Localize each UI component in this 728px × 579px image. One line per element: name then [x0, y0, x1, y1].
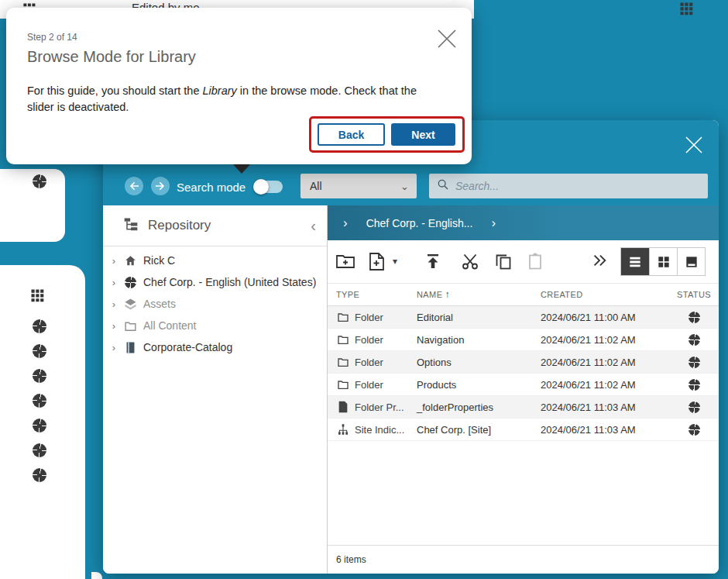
breadcrumb-current[interactable]: Chef Corp. - English...	[366, 217, 473, 229]
tree-item-label: Chef Corp. - English (United States)	[143, 276, 316, 288]
page-sphere-icon[interactable]	[33, 174, 46, 188]
toggle-knob	[253, 179, 269, 195]
cell-type-text: Folder	[355, 334, 383, 346]
collapse-sidebar-icon[interactable]: ‹	[311, 218, 316, 233]
page-sphere-icon[interactable]	[33, 369, 46, 383]
filter-selected-value: All	[310, 180, 322, 192]
table-row[interactable]: Folder Pr... _folderProperties 2024/06/2…	[328, 396, 719, 419]
column-header-status[interactable]: STATUS	[669, 290, 719, 299]
page-sphere-icon[interactable]	[33, 394, 46, 408]
catalog-icon	[123, 340, 137, 354]
cut-icon[interactable]	[461, 252, 479, 271]
guide-body-emphasis: Library	[203, 84, 237, 97]
cell-created: 2024/06/21 11:02 AM	[541, 379, 669, 391]
upload-button[interactable]	[424, 252, 442, 271]
cell-type-text: Folder Pr...	[355, 402, 404, 413]
breadcrumb: › Chef Corp. - English... ›	[328, 205, 719, 240]
back-arrow-button[interactable]	[125, 177, 143, 195]
background-side-card	[0, 265, 85, 579]
repository-header: Repository ‹	[103, 205, 327, 246]
apps-grid-icon[interactable]	[678, 1, 694, 16]
tree-item-rick-c[interactable]: › Rick C	[103, 250, 327, 271]
table-row[interactable]: Folder Editorial 2024/06/21 11:00 AM	[328, 306, 719, 329]
new-folder-button[interactable]	[335, 252, 355, 271]
back-button[interactable]: Back	[318, 123, 385, 146]
new-content-button[interactable]	[368, 252, 385, 271]
column-header-created[interactable]: CREATED	[541, 290, 669, 299]
table-row[interactable]: Folder Products 2024/06/21 11:02 AM	[328, 374, 719, 396]
tree-item-label: Assets	[143, 298, 176, 310]
card-view-button[interactable]	[677, 248, 705, 275]
search-field	[429, 174, 708, 198]
chevron-right-icon[interactable]: ›	[108, 342, 120, 353]
table-row[interactable]: Site Indic... Chef Corp. [Site] 2024/06/…	[328, 419, 719, 441]
chevron-down-icon: ⌄	[400, 181, 409, 192]
column-header-name[interactable]: NAME↑	[417, 289, 541, 300]
repository-tree: › Rick C › Chef Corp. - English (United …	[103, 246, 327, 358]
close-icon[interactable]	[434, 26, 459, 51]
page-sphere-icon[interactable]	[33, 419, 46, 433]
view-mode-group	[620, 247, 706, 276]
chevron-right-icon[interactable]: ›	[108, 320, 120, 332]
library-dialog-body: Repository ‹ › Rick C › Chef Corp. -	[103, 205, 719, 574]
desktop-background: Edited by me	[0, 0, 728, 579]
next-button[interactable]: Next	[391, 123, 455, 146]
tree-item-all-content[interactable]: › All Content	[103, 315, 327, 336]
items-count: 6 items	[336, 554, 366, 565]
cell-created: 2024/06/21 11:03 AM	[541, 424, 669, 436]
folder-icon	[336, 333, 349, 346]
cell-name: Navigation	[417, 334, 541, 346]
sitemap-icon	[336, 423, 349, 436]
chevron-right-icon[interactable]: ›	[108, 298, 120, 310]
apps-grid-icon[interactable]	[29, 288, 45, 303]
cell-created: 2024/06/21 11:02 AM	[541, 334, 669, 346]
library-content: › Chef Corp. - English... › ▾	[328, 205, 719, 574]
close-icon[interactable]	[683, 134, 705, 156]
list-view-button[interactable]	[621, 248, 649, 275]
background-card-corner	[91, 572, 102, 579]
tree-item-assets[interactable]: › Assets	[103, 293, 327, 315]
folder-icon	[123, 319, 137, 333]
tree-item-corporate-catalog[interactable]: › Corporate-Catalog	[103, 336, 327, 358]
table-row[interactable]: Folder Navigation 2024/06/21 11:02 AM	[328, 329, 719, 351]
forward-arrow-button[interactable]	[151, 177, 170, 195]
status-sphere-icon	[689, 379, 700, 391]
search-input[interactable]	[455, 180, 700, 192]
library-browser-dialog: Search mode All ⌄ Repository	[103, 120, 719, 574]
search-mode-toggle[interactable]	[255, 181, 283, 193]
chevron-right-icon: ›	[491, 215, 496, 231]
chevron-right-icon[interactable]: ›	[108, 255, 120, 267]
search-icon	[437, 178, 449, 194]
table-row[interactable]: Folder Options 2024/06/21 11:02 AM	[328, 351, 719, 374]
status-sphere-icon	[689, 424, 700, 436]
page-sphere-icon[interactable]	[33, 443, 46, 457]
new-content-dropdown-icon[interactable]: ▾	[393, 257, 397, 266]
cell-created: 2024/06/21 11:02 AM	[541, 357, 669, 368]
chevron-right-icon[interactable]: ›	[108, 277, 120, 288]
cell-created: 2024/06/21 11:00 AM	[541, 312, 669, 323]
cell-name: Products	[417, 379, 541, 391]
page-sphere-icon[interactable]	[33, 344, 46, 358]
cell-type-text: Folder	[355, 312, 383, 323]
column-header-type[interactable]: TYPE	[336, 290, 417, 299]
cell-type-text: Site Indic...	[355, 424, 404, 436]
filter-dropdown[interactable]: All ⌄	[300, 174, 417, 198]
repository-tree-icon	[123, 216, 139, 235]
cell-name: Options	[417, 357, 541, 368]
cell-type-text: Folder	[355, 357, 383, 368]
guide-body-text: For this guide, you should start the Lib…	[27, 83, 436, 115]
globe-icon	[123, 275, 137, 289]
repository-sidebar: Repository ‹ › Rick C › Chef Corp. -	[103, 205, 328, 574]
tree-item-chef-corp[interactable]: › Chef Corp. - English (United States)	[103, 271, 327, 293]
chevron-right-icon: ›	[343, 215, 348, 231]
copy-icon[interactable]	[494, 252, 513, 271]
cell-name: _folderProperties	[417, 402, 541, 413]
page-sphere-icon[interactable]	[33, 319, 46, 333]
grid-view-button[interactable]	[649, 248, 677, 275]
cell-name: Chef Corp. [Site]	[417, 424, 541, 436]
page-sphere-icon[interactable]	[33, 468, 46, 482]
home-icon	[123, 253, 137, 267]
folder-icon	[336, 378, 349, 391]
more-actions-icon[interactable]	[591, 252, 608, 269]
status-sphere-icon	[689, 334, 700, 346]
